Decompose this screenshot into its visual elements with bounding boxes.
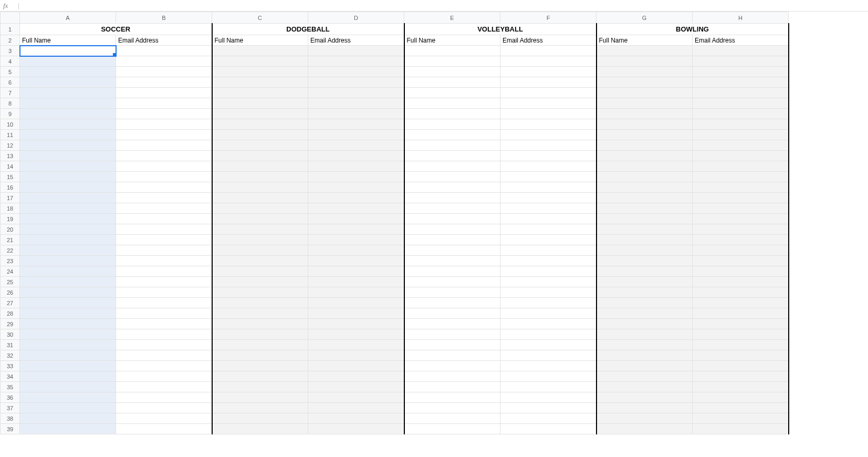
- cell-H26[interactable]: [693, 287, 789, 298]
- cell-E2[interactable]: Full Name: [404, 35, 500, 46]
- cell-A25[interactable]: [20, 277, 116, 287]
- row-header-10[interactable]: 10: [1, 119, 20, 130]
- cell-B4[interactable]: [116, 56, 212, 67]
- cell-B39[interactable]: [116, 424, 212, 434]
- row-header-21[interactable]: 21: [1, 235, 20, 245]
- cell-A8[interactable]: [20, 98, 116, 109]
- cell-C4[interactable]: [212, 56, 308, 67]
- cell-A28[interactable]: [20, 308, 116, 319]
- cell-E3[interactable]: [404, 46, 500, 56]
- cell-E9[interactable]: [404, 109, 500, 119]
- cell-H29[interactable]: [693, 319, 789, 329]
- cell-B21[interactable]: [116, 235, 212, 245]
- cell-B9[interactable]: [116, 109, 212, 119]
- row-header-26[interactable]: 26: [1, 287, 20, 298]
- cell-F36[interactable]: [500, 392, 597, 403]
- cell-A19[interactable]: [20, 214, 116, 224]
- cell-F2[interactable]: Email Address: [500, 35, 597, 46]
- cell-E19[interactable]: [404, 214, 500, 224]
- cell-G38[interactable]: [597, 413, 693, 424]
- cell-H30[interactable]: [693, 329, 789, 340]
- cell-G12[interactable]: [597, 140, 693, 151]
- cell-C11[interactable]: [212, 130, 308, 140]
- cell-E38[interactable]: [404, 413, 500, 424]
- cell-B35[interactable]: [116, 382, 212, 392]
- cell-C1[interactable]: DODGEBALL: [212, 24, 404, 35]
- cell-E22[interactable]: [404, 245, 500, 256]
- row-header-39[interactable]: 39: [1, 424, 20, 434]
- cell-C39[interactable]: [212, 424, 308, 434]
- cell-C5[interactable]: [212, 67, 308, 77]
- cell-G24[interactable]: [597, 266, 693, 277]
- cell-D38[interactable]: [308, 413, 404, 424]
- cell-E36[interactable]: [404, 392, 500, 403]
- cell-D22[interactable]: [308, 245, 404, 256]
- cell-A7[interactable]: [20, 88, 116, 98]
- cell-G14[interactable]: [597, 161, 693, 172]
- column-header-F[interactable]: F: [500, 12, 597, 24]
- cell-F14[interactable]: [500, 161, 597, 172]
- row-header-38[interactable]: 38: [1, 413, 20, 424]
- cell-F12[interactable]: [500, 140, 597, 151]
- cell-A39[interactable]: [20, 424, 116, 434]
- cell-G25[interactable]: [597, 277, 693, 287]
- cell-C24[interactable]: [212, 266, 308, 277]
- cell-C30[interactable]: [212, 329, 308, 340]
- row-header-7[interactable]: 7: [1, 88, 20, 98]
- cell-D9[interactable]: [308, 109, 404, 119]
- row-header-36[interactable]: 36: [1, 392, 20, 403]
- row-header-28[interactable]: 28: [1, 308, 20, 319]
- cell-E25[interactable]: [404, 277, 500, 287]
- cell-B20[interactable]: [116, 224, 212, 235]
- cell-B16[interactable]: [116, 182, 212, 193]
- cell-D37[interactable]: [308, 403, 404, 413]
- cell-H18[interactable]: [693, 203, 789, 214]
- cell-F30[interactable]: [500, 329, 597, 340]
- cell-E23[interactable]: [404, 256, 500, 266]
- cell-H28[interactable]: [693, 308, 789, 319]
- cell-B11[interactable]: [116, 130, 212, 140]
- cell-E7[interactable]: [404, 88, 500, 98]
- cell-C31[interactable]: [212, 340, 308, 350]
- cell-A4[interactable]: [20, 56, 116, 67]
- cell-D19[interactable]: [308, 214, 404, 224]
- cell-G36[interactable]: [597, 392, 693, 403]
- cell-H12[interactable]: [693, 140, 789, 151]
- cell-H24[interactable]: [693, 266, 789, 277]
- cell-E28[interactable]: [404, 308, 500, 319]
- row-header-33[interactable]: 33: [1, 361, 20, 371]
- cell-G32[interactable]: [597, 350, 693, 361]
- cell-H4[interactable]: [693, 56, 789, 67]
- cell-F22[interactable]: [500, 245, 597, 256]
- cell-A11[interactable]: [20, 130, 116, 140]
- cell-A2[interactable]: Full Name: [20, 35, 116, 46]
- cell-B36[interactable]: [116, 392, 212, 403]
- column-header-E[interactable]: E: [404, 12, 500, 24]
- cell-C6[interactable]: [212, 77, 308, 88]
- cell-A36[interactable]: [20, 392, 116, 403]
- cell-H11[interactable]: [693, 130, 789, 140]
- cell-H37[interactable]: [693, 403, 789, 413]
- cell-F13[interactable]: [500, 151, 597, 161]
- cell-H5[interactable]: [693, 67, 789, 77]
- cell-A32[interactable]: [20, 350, 116, 361]
- cell-E17[interactable]: [404, 193, 500, 203]
- cell-G28[interactable]: [597, 308, 693, 319]
- cell-B22[interactable]: [116, 245, 212, 256]
- cell-B28[interactable]: [116, 308, 212, 319]
- cell-H3[interactable]: [693, 46, 789, 56]
- cell-E27[interactable]: [404, 298, 500, 308]
- row-header-5[interactable]: 5: [1, 67, 20, 77]
- column-header-H[interactable]: H: [693, 12, 789, 24]
- cell-A15[interactable]: [20, 172, 116, 182]
- cell-B24[interactable]: [116, 266, 212, 277]
- cell-F25[interactable]: [500, 277, 597, 287]
- cell-G10[interactable]: [597, 119, 693, 130]
- cell-A17[interactable]: [20, 193, 116, 203]
- cell-C2[interactable]: Full Name: [212, 35, 308, 46]
- cell-H7[interactable]: [693, 88, 789, 98]
- cell-D12[interactable]: [308, 140, 404, 151]
- cell-A37[interactable]: [20, 403, 116, 413]
- row-header-9[interactable]: 9: [1, 109, 20, 119]
- cell-C10[interactable]: [212, 119, 308, 130]
